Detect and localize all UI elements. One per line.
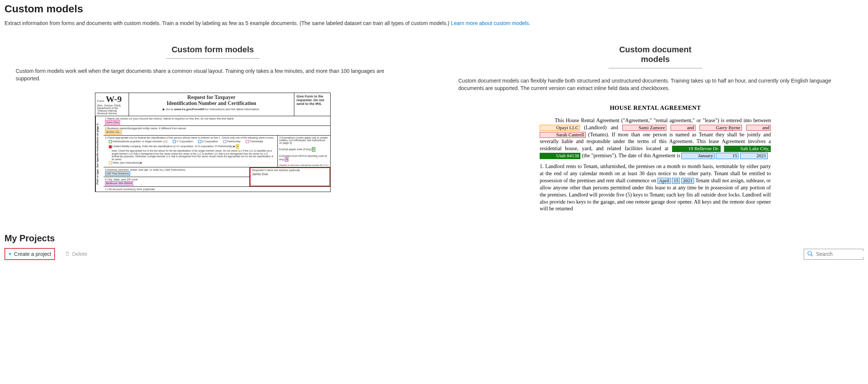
- svg-rect-6: [109, 162, 111, 164]
- my-projects-heading: My Projects: [4, 233, 864, 244]
- w9-side-label: Print or type. See Specific Instructions…: [95, 116, 104, 192]
- w9-row1-label: 1 Name (as shown on your income tax retu…: [105, 117, 234, 120]
- w9-go-to-line: ▶ Go to www.irs.gov/FormW9 for instructi…: [132, 108, 291, 111]
- custom-form-models-column: Custom form models Custom form models wo…: [4, 45, 421, 211]
- rental-tenant-highlight: Sami Zamore: [622, 125, 666, 131]
- doc-models-heading: Custom document models: [608, 45, 702, 68]
- w9-form-number: W-9: [105, 94, 122, 104]
- w9-row3-label: 3 Check appropriate box for federal tax …: [105, 136, 276, 139]
- create-project-button[interactable]: + Create a project: [4, 248, 55, 260]
- page-description: Extract information from forms and docum…: [4, 20, 864, 26]
- w9-dept: Department of the Treasury Internal Reve…: [97, 107, 127, 115]
- custom-document-models-column: Custom document models Custom document m…: [447, 45, 864, 211]
- w9-row4-label: 4 Exemptions (codes apply only to certai…: [279, 136, 329, 144]
- w9-row6-label: 6 City, state, and ZIP code: [105, 178, 138, 181]
- w9-requester-box: Requester's name and address (optional) …: [250, 167, 330, 186]
- rental-paragraph-2: 1. Landlord rents to Tenant, unfurnished…: [540, 163, 771, 211]
- w9-form-illustration: Form W-9 (Rev. October 2018) Department …: [95, 93, 331, 192]
- form-models-description: Custom form models work well when the ta…: [4, 68, 421, 82]
- svg-point-7: [808, 251, 812, 255]
- delete-button[interactable]: Delete: [62, 249, 90, 259]
- w9-revision: (Rev. October 2018): [97, 104, 127, 107]
- rental-date-highlight: January: [681, 153, 714, 159]
- search-icon: [807, 251, 813, 258]
- w9-address-highlight: 100 Test Address: [105, 171, 130, 176]
- w9-title-1: Request for Taxpayer: [132, 95, 291, 100]
- rental-paragraph-1: This House Rental Agreement ("Agreement,…: [540, 117, 771, 160]
- w9-fatca-value: N: [285, 157, 288, 162]
- w9-business-highlight: Arctex Inc.: [105, 130, 122, 134]
- svg-rect-4: [246, 140, 248, 143]
- svg-rect-2: [198, 140, 201, 143]
- rental-landlord-highlight: Opayi LLC: [540, 125, 580, 131]
- w9-city-highlight: Bellevue WA 98004: [105, 181, 134, 186]
- w9-row5-label: 5 Address (number, street, and apt. or s…: [105, 168, 186, 171]
- svg-rect-5: [109, 145, 111, 148]
- svg-rect-0: [109, 140, 111, 143]
- svg-rect-3: [223, 140, 226, 143]
- w9-note: Note: Check the appropriate box in the l…: [112, 149, 276, 161]
- w9-row2-label: 2 Business name/disregarded entity name,…: [105, 127, 186, 130]
- learn-more-link[interactable]: Learn more about custom models.: [451, 20, 530, 26]
- w9-llc-value: S: [236, 144, 239, 149]
- w9-title-2: Identification Number and Certification: [132, 100, 291, 106]
- rental-agreement-illustration: HOUSE RENTAL AGREEMENT This House Rental…: [537, 102, 773, 211]
- create-project-label: Create a project: [14, 251, 51, 257]
- w9-exempt-payee-value: E: [312, 147, 315, 152]
- rental-title: HOUSE RENTAL AGREEMENT: [540, 104, 771, 112]
- svg-line-8: [811, 255, 813, 256]
- page-title: Custom models: [4, 3, 864, 15]
- trash-icon: [65, 251, 70, 257]
- page-description-text: Extract information from forms and docum…: [4, 20, 451, 26]
- rental-address-highlight: 19 Bellevue Dr.: [672, 146, 721, 152]
- w9-form-word: Form: [97, 99, 104, 103]
- form-models-heading: Custom form models: [166, 45, 260, 59]
- projects-toolbar: + Create a project Delete: [4, 248, 864, 260]
- svg-rect-1: [173, 140, 176, 143]
- w9-give-to: Give Form to the requester. Do not send …: [294, 93, 330, 116]
- w9-name-highlight: John Doe: [105, 120, 120, 125]
- search-input[interactable]: [816, 251, 868, 257]
- delete-label: Delete: [72, 251, 87, 257]
- plus-icon: +: [8, 251, 12, 257]
- doc-models-description: Custom document models can flexibly hand…: [447, 77, 864, 92]
- search-box[interactable]: [804, 249, 864, 260]
- w9-row7-label: 7 List account number(s) here (optional): [104, 187, 330, 192]
